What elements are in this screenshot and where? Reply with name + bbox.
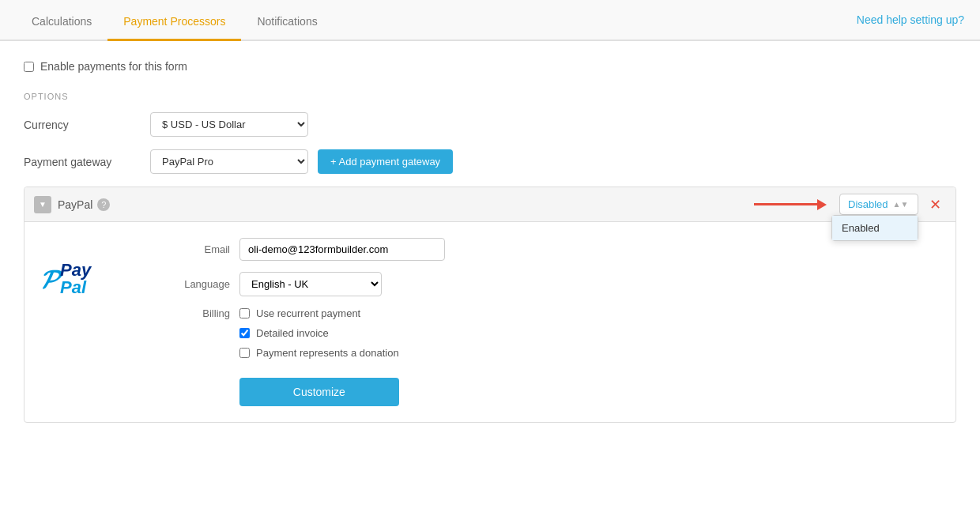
language-select[interactable]: English - UK English - US French German …	[239, 272, 382, 296]
payment-donation-checkbox[interactable]	[239, 348, 250, 358]
paypal-panel-body: 𝓟 Pay Pal Email Language	[24, 222, 956, 422]
status-dropdown: Enabled	[831, 215, 918, 241]
paypal-wordmark-blue: Pay	[60, 262, 91, 279]
email-row: Email	[167, 238, 940, 261]
red-arrow	[754, 199, 827, 210]
status-option-enabled[interactable]: Enabled	[832, 216, 918, 240]
currency-row: Currency $ USD - US Dollar	[24, 112, 956, 137]
billing-row: Billing Use recurrent payment Detailed i…	[167, 307, 940, 406]
panel-title: PayPal	[58, 198, 92, 211]
payment-donation-row: Payment represents a donation	[239, 347, 399, 359]
status-selected-label: Disabled	[848, 198, 888, 210]
email-input[interactable]	[239, 238, 445, 261]
panel-help-icon[interactable]: ?	[97, 198, 110, 211]
payment-gateway-select[interactable]: PayPal Pro	[150, 149, 308, 174]
use-recurrent-row: Use recurrent payment	[239, 307, 399, 319]
detailed-invoice-checkbox[interactable]	[239, 328, 250, 338]
paypal-form: Email Language English - UK English - US…	[167, 238, 940, 406]
add-gateway-button[interactable]: + Add payment gateway	[318, 149, 453, 174]
tabs-bar: Calculations Payment Processors Notifica…	[0, 0, 980, 41]
use-recurrent-label: Use recurrent payment	[256, 307, 360, 319]
language-label: Language	[167, 278, 230, 290]
payment-gateway-row: Payment gateway PayPal Pro + Add payment…	[24, 149, 956, 174]
tab-payment-processors[interactable]: Payment Processors	[107, 4, 241, 41]
tab-notifications[interactable]: Notifications	[241, 4, 333, 41]
status-button[interactable]: Disabled ▲▼	[839, 194, 918, 215]
panel-header-right: Disabled ▲▼ Enabled ✕	[754, 194, 946, 215]
help-link[interactable]: Need help setting up?	[857, 13, 964, 26]
detailed-invoice-label: Detailed invoice	[256, 327, 329, 339]
billing-checks: Use recurrent payment Detailed invoice P…	[239, 307, 399, 406]
tab-calculations[interactable]: Calculations	[16, 4, 107, 41]
detailed-invoice-row: Detailed invoice	[239, 327, 399, 339]
paypal-wordmark-light: Pal	[60, 279, 91, 296]
use-recurrent-checkbox[interactable]	[239, 308, 250, 318]
status-dropdown-wrapper: Disabled ▲▼ Enabled	[839, 194, 918, 215]
enable-payments-row: Enable payments for this form	[24, 60, 956, 73]
options-section-label: OPTIONS	[24, 92, 956, 101]
paypal-logo-area: 𝓟 Pay Pal	[40, 238, 143, 406]
billing-label: Billing	[167, 307, 230, 319]
payment-donation-label: Payment represents a donation	[256, 347, 399, 359]
paypal-panel: ▼ PayPal ? Disabled ▲▼	[24, 187, 956, 423]
enable-payments-label: Enable payments for this form	[40, 60, 187, 73]
currency-select[interactable]: $ USD - US Dollar	[150, 112, 308, 137]
customize-button[interactable]: Customize	[239, 378, 399, 406]
email-label: Email	[167, 243, 230, 255]
currency-label: Currency	[24, 119, 150, 131]
delete-panel-button[interactable]: ✕	[925, 196, 946, 213]
paypal-logo: 𝓟 Pay Pal	[40, 262, 91, 296]
paypal-logo-p1: 𝓟	[40, 265, 57, 294]
status-arrow-icon: ▲▼	[893, 200, 909, 209]
language-row: Language English - UK English - US Frenc…	[167, 272, 940, 296]
enable-payments-checkbox[interactable]	[24, 62, 34, 72]
main-content: Enable payments for this form OPTIONS Cu…	[0, 41, 980, 442]
payment-gateway-label: Payment gateway	[24, 156, 150, 168]
paypal-panel-header: ▼ PayPal ? Disabled ▲▼	[24, 187, 956, 222]
panel-collapse-button[interactable]: ▼	[34, 196, 51, 213]
